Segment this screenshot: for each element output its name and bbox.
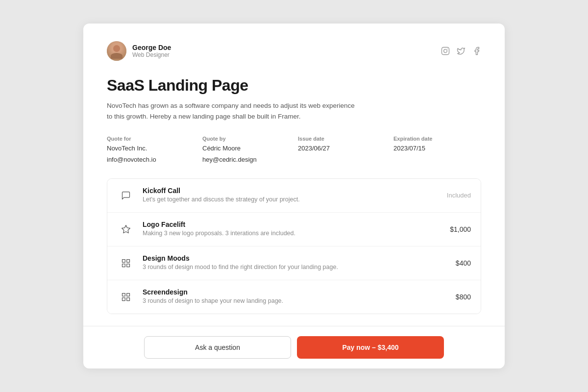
card-footer: Ask a question Pay now – $3,400 [83, 326, 505, 368]
profile-role: Web Designer [132, 51, 171, 58]
moods-name: Design Moods [143, 254, 432, 262]
svg-rect-7 [122, 264, 125, 267]
ask-question-button[interactable]: Ask a question [144, 336, 291, 359]
meta-grid: Quote for NovoTech Inc. info@novotech.io… [107, 136, 481, 165]
instagram-icon[interactable] [441, 47, 450, 55]
grid-icon-moods [117, 254, 135, 272]
screen-content: Screendesign 3 rounds of design to shape… [143, 288, 432, 306]
kickoff-name: Kickoff Call [143, 187, 432, 195]
card-body: George Doe Web Designer [83, 24, 505, 325]
svg-rect-8 [122, 293, 125, 296]
quote-by-name: Cédric Moore [202, 144, 290, 153]
chat-icon [117, 187, 135, 204]
page-title: SaaS Landing Page [107, 76, 481, 95]
avatar [107, 41, 126, 61]
issue-date-label: Issue date [298, 136, 386, 142]
profile-header: George Doe Web Designer [107, 41, 481, 61]
screen-price: $800 [432, 293, 471, 301]
profile-info: George Doe Web Designer [132, 44, 171, 58]
screen-desc: 3 rounds of design to shape your new lan… [143, 297, 432, 306]
meta-issue-date: Issue date 2023/06/27 [298, 136, 386, 165]
logo-desc: Making 3 new logo proposals. 3 interatio… [143, 229, 432, 238]
expiration-date-value: 2023/07/15 [393, 144, 481, 153]
quote-for-email: info@novotech.io [107, 155, 195, 165]
svg-marker-3 [122, 225, 130, 233]
line-item-kickoff: Kickoff Call Let's get together and disc… [107, 179, 481, 213]
kickoff-price: Included [432, 192, 471, 199]
svg-rect-10 [127, 297, 130, 300]
kickoff-content: Kickoff Call Let's get together and disc… [143, 187, 432, 204]
line-item-screen: Screendesign 3 rounds of design to shape… [107, 280, 481, 314]
moods-desc: 3 rounds of design mood to find the righ… [143, 263, 432, 272]
logo-price: $1,000 [432, 225, 471, 233]
social-icons [441, 47, 481, 55]
quote-by-label: Quote by [202, 136, 290, 142]
svg-rect-5 [127, 259, 130, 262]
logo-content: Logo Facelift Making 3 new logo proposal… [143, 220, 432, 238]
svg-rect-6 [127, 264, 130, 267]
profile-left: George Doe Web Designer [107, 41, 171, 61]
quote-card: George Doe Web Designer [83, 24, 505, 368]
svg-point-2 [447, 49, 448, 50]
svg-rect-9 [127, 293, 130, 296]
quote-for-name: NovoTech Inc. [107, 144, 195, 153]
line-item-logo: Logo Facelift Making 3 new logo proposal… [107, 213, 481, 246]
svg-rect-4 [122, 259, 125, 262]
svg-rect-11 [122, 297, 125, 300]
page-description: NovoTech has grown as a software company… [107, 100, 362, 122]
meta-expiration-date: Expiration date 2023/07/15 [393, 136, 481, 165]
svg-rect-0 [442, 48, 449, 55]
svg-point-1 [444, 49, 447, 53]
star-icon [117, 220, 135, 238]
twitter-icon[interactable] [457, 47, 466, 55]
line-items-list: Kickoff Call Let's get together and disc… [107, 178, 481, 314]
grid-icon-screen [117, 288, 135, 306]
screen-name: Screendesign [143, 288, 432, 296]
issue-date-value: 2023/06/27 [298, 144, 386, 153]
meta-quote-for: Quote for NovoTech Inc. info@novotech.io [107, 136, 195, 165]
line-item-moods: Design Moods 3 rounds of design mood to … [107, 246, 481, 280]
moods-price: $400 [432, 259, 471, 267]
meta-quote-by: Quote by Cédric Moore hey@cedric.design [202, 136, 290, 165]
moods-content: Design Moods 3 rounds of design mood to … [143, 254, 432, 272]
pay-now-button[interactable]: Pay now – $3,400 [297, 336, 444, 359]
profile-name: George Doe [132, 44, 171, 51]
facebook-icon[interactable] [472, 47, 481, 55]
expiration-date-label: Expiration date [393, 136, 481, 142]
kickoff-desc: Let's get together and discuss the strat… [143, 196, 432, 204]
quote-for-label: Quote for [107, 136, 195, 142]
logo-name: Logo Facelift [143, 220, 432, 228]
quote-by-email: hey@cedric.design [202, 155, 290, 165]
